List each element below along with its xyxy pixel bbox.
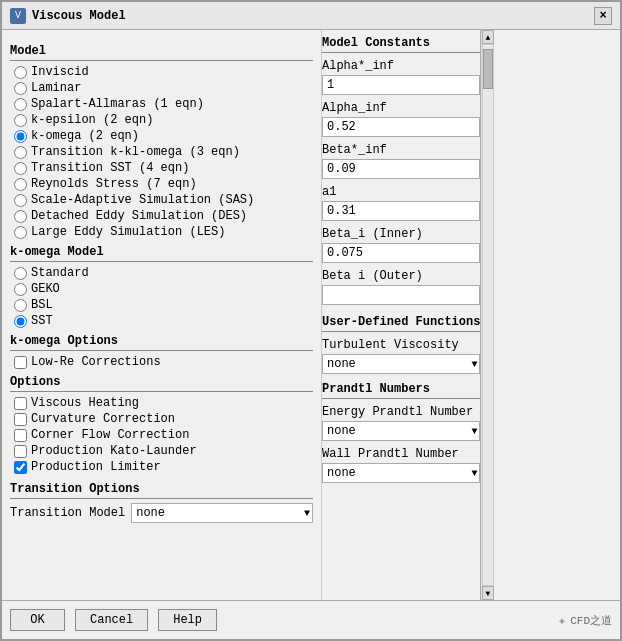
transition-model-label: Transition Model [10,506,125,520]
udf-header: User-Defined Functions [322,315,480,332]
komega-options-section: k-omega Options Low-Re Corrections [10,334,313,369]
scrollbar-down-arrow-icon[interactable]: ▼ [482,586,494,600]
options-section: Options Viscous Heating Curvature Correc… [10,375,313,474]
help-button[interactable]: Help [158,609,217,631]
window-icon: V [10,8,26,24]
beta-i-inner-row [322,243,480,263]
beta-i-outer-input[interactable] [322,285,480,305]
radio-komega[interactable]: k-omega (2 eqn) [10,129,313,143]
beta-i-outer-label: Beta i (Outer) [322,269,480,283]
komega-model-section: k-omega Model Standard GEKO BSL SST [10,245,313,328]
footer: OK Cancel Help ✦ CFD之道 [2,600,620,639]
turbulent-viscosity-select[interactable]: none [322,354,480,374]
close-button[interactable]: × [594,7,612,25]
radio-sas[interactable]: Scale-Adaptive Simulation (SAS) [10,193,313,207]
wall-prandtl-dropdown-wrapper: none ▼ [322,463,480,483]
radio-des[interactable]: Detached Eddy Simulation (DES) [10,209,313,223]
scrollbar-up-arrow-icon[interactable]: ▲ [482,30,494,44]
radio-transition-kkl[interactable]: Transition k-kl-omega (3 eqn) [10,145,313,159]
checkbox-viscous-heating[interactable]: Viscous Heating [10,396,313,410]
komega-model-header: k-omega Model [10,245,313,262]
alpha-star-inf-input[interactable] [322,75,480,95]
radio-transition-sst[interactable]: Transition SST (4 eqn) [10,161,313,175]
transition-model-select[interactable]: none [131,503,313,523]
transition-options-section: Transition Options Transition Model none… [10,482,313,523]
alpha-star-inf-label: Alpha*_inf [322,59,480,73]
right-panel: Model Constants Alpha*_inf Alpha_inf Bet… [322,30,480,600]
prandtl-header: Prandtl Numbers [322,382,480,399]
transition-model-row: Transition Model none ▼ [10,503,313,523]
beta-star-inf-label: Beta*_inf [322,143,480,157]
beta-star-inf-input[interactable] [322,159,480,179]
energy-prandtl-dropdown-wrapper: none ▼ [322,421,480,441]
viscous-model-window: V Viscous Model × Model Inviscid Laminar [0,0,622,641]
beta-i-inner-input[interactable] [322,243,480,263]
right-panel-scrollable: Model Constants Alpha*_inf Alpha_inf Bet… [322,30,494,600]
radio-standard[interactable]: Standard [10,266,313,280]
checkbox-corner-flow[interactable]: Corner Flow Correction [10,428,313,442]
checkbox-production-kato[interactable]: Production Kato-Launder [10,444,313,458]
radio-geko[interactable]: GEKO [10,282,313,296]
cancel-button[interactable]: Cancel [75,609,148,631]
checkbox-low-re[interactable]: Low-Re Corrections [10,355,313,369]
alpha-inf-row [322,117,480,137]
radio-inviscid[interactable]: Inviscid [10,65,313,79]
radio-spalart[interactable]: Spalart-Allmaras (1 eqn) [10,97,313,111]
brand-text: CFD之道 [570,613,612,628]
checkbox-curvature[interactable]: Curvature Correction [10,412,313,426]
beta-i-outer-row [322,285,480,305]
wall-prandtl-select[interactable]: none [322,463,480,483]
checkbox-production-limiter[interactable]: Production Limiter [10,460,313,474]
alpha-star-inf-row [322,75,480,95]
left-panel: Model Inviscid Laminar Spalart-Allmaras … [2,30,322,600]
turbulent-viscosity-label: Turbulent Viscosity [322,338,480,352]
scrollbar-handle[interactable] [483,49,493,89]
radio-sst[interactable]: SST [10,314,313,328]
window-title: Viscous Model [32,9,126,23]
options-header: Options [10,375,313,392]
radio-bsl[interactable]: BSL [10,298,313,312]
brand-icon: ✦ [558,612,566,629]
model-section-header: Model [10,44,313,61]
transition-model-dropdown-wrapper: none ▼ [131,503,313,523]
a1-row [322,201,480,221]
wall-prandtl-label: Wall Prandtl Number [322,447,480,461]
beta-i-inner-label: Beta_i (Inner) [322,227,480,241]
a1-input[interactable] [322,201,480,221]
model-section: Model Inviscid Laminar Spalart-Allmaras … [10,44,313,239]
radio-laminar[interactable]: Laminar [10,81,313,95]
radio-reynolds[interactable]: Reynolds Stress (7 eqn) [10,177,313,191]
alpha-inf-label: Alpha_inf [322,101,480,115]
brand-label: ✦ CFD之道 [558,612,612,629]
transition-options-header: Transition Options [10,482,313,499]
komega-options-header: k-omega Options [10,334,313,351]
energy-prandtl-select[interactable]: none [322,421,480,441]
radio-les[interactable]: Large Eddy Simulation (LES) [10,225,313,239]
prandtl-section: Prandtl Numbers Energy Prandtl Number no… [322,382,480,483]
energy-prandtl-label: Energy Prandtl Number [322,405,480,419]
title-bar: V Viscous Model × [2,2,620,30]
ok-button[interactable]: OK [10,609,65,631]
title-bar-left: V Viscous Model [10,8,126,24]
beta-star-inf-row [322,159,480,179]
main-content: Model Inviscid Laminar Spalart-Allmaras … [2,30,620,600]
alpha-inf-input[interactable] [322,117,480,137]
turbulent-viscosity-dropdown-wrapper: none ▼ [322,354,480,374]
scrollbar-track [482,44,494,586]
udf-section: User-Defined Functions Turbulent Viscosi… [322,315,480,374]
model-constants-header: Model Constants [322,36,480,53]
radio-kepsilon[interactable]: k-epsilon (2 eqn) [10,113,313,127]
right-scrollbar: ▲ ▼ [480,30,494,600]
a1-label: a1 [322,185,480,199]
